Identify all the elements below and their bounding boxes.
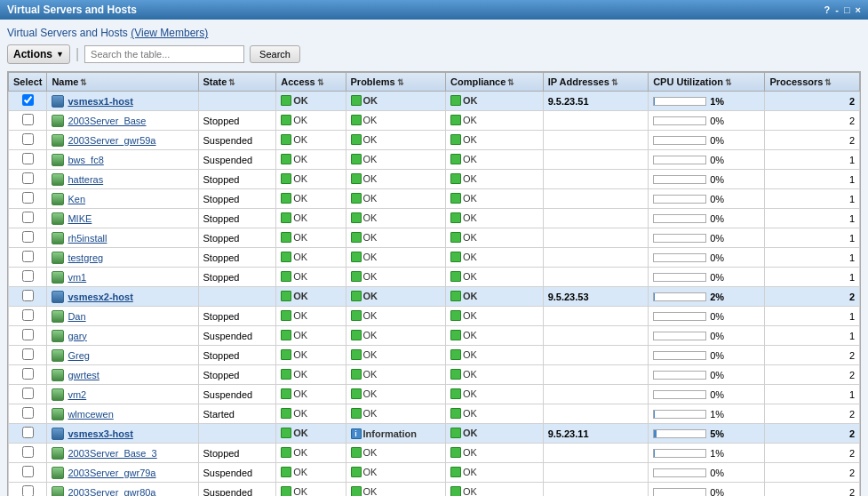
ip-cell [543,404,649,424]
search-button[interactable]: Search [250,45,300,63]
col-access[interactable]: Access⇅ [276,73,346,92]
ok-dot [281,271,291,282]
problems-status: OK [351,447,378,458]
row-checkbox[interactable] [22,133,34,145]
row-checkbox[interactable] [22,290,34,301]
actions-arrow-icon: ▼ [56,50,64,59]
access-cell: OK [276,326,346,346]
table-row: vsmesx1-host OK OK OK9.5.23.511%2 [9,92,860,111]
ok-dot [281,193,291,204]
problems-cell: OK [346,268,445,287]
vm-icon [52,193,64,205]
access-status: OK [281,95,308,106]
name-link[interactable]: vsmesx3-host [68,428,132,439]
col-name[interactable]: Name⇅ [47,73,198,92]
close-icon[interactable]: × [856,4,861,15]
row-checkbox[interactable] [22,251,34,262]
name-link[interactable]: 2003Server_Base [68,116,146,126]
row-checkbox[interactable] [22,172,34,184]
compliance-cell: OK [446,444,544,463]
row-checkbox[interactable] [22,485,34,496]
name-link[interactable]: 2003Server_Base_3 [68,448,156,459]
row-checkbox[interactable] [22,388,34,399]
row-checkbox[interactable] [22,192,34,204]
col-compliance[interactable]: Compliance⇅ [446,73,544,92]
name-link[interactable]: vsmesx2-host [68,292,132,302]
name-link[interactable]: bws_fc8 [68,155,103,165]
compliance-cell: OK [446,326,544,346]
name-cell: vm1 [47,268,198,287]
name-link[interactable]: vsmesx1-host [68,96,132,107]
minimize-icon[interactable]: - [835,4,839,15]
cpu-bar-outer [653,116,706,125]
row-checkbox[interactable] [22,368,34,380]
row-checkbox[interactable] [22,446,34,458]
cpu-bar-outer [653,410,706,419]
ok-dot [281,369,291,380]
name-link[interactable]: wlmcewen [68,409,113,420]
col-state[interactable]: State⇅ [198,73,276,92]
name-link[interactable]: vm1 [68,272,86,283]
name-link[interactable]: 2003Server_gwr80a [68,487,155,497]
help-icon[interactable]: ? [824,4,831,15]
col-processors[interactable]: Processors⇅ [765,73,860,92]
view-members-link[interactable]: (View Members) [131,27,208,39]
actions-button[interactable]: Actions ▼ [7,44,70,64]
problems-status: OK [351,252,378,262]
cpu-bar-outer [653,312,706,321]
row-checkbox[interactable] [22,348,34,360]
row-checkbox[interactable] [22,407,34,419]
compliance-status: OK [450,428,478,438]
ok-dot [351,134,362,145]
name-link[interactable]: 2003Server_gwr59a [68,135,155,146]
name-link[interactable]: Dan [68,311,85,322]
state-cell: Suspended [198,463,276,483]
vm-icon [52,330,64,342]
row-checkbox[interactable] [22,427,34,438]
state-cell: Stopped [198,170,276,189]
cpu-label: 1% [710,409,724,420]
row-checkbox[interactable] [22,466,34,477]
compliance-cell: OK [446,404,544,424]
ok-dot [450,193,461,204]
name-link[interactable]: Ken [68,194,85,204]
maximize-icon[interactable]: □ [844,4,850,15]
name-link[interactable]: 2003Server_gwr79a [68,468,155,478]
row-checkbox[interactable] [22,231,34,243]
name-link[interactable]: MIKE [68,213,92,224]
row-checkbox[interactable] [22,153,34,164]
ip-cell [543,326,649,346]
row-checkbox[interactable] [22,94,34,106]
ok-dot [450,388,461,399]
col-cpu[interactable]: CPU Utilization⇅ [649,73,765,92]
row-checkbox[interactable] [22,309,34,321]
name-link[interactable]: vm2 [68,389,86,400]
row-checkbox[interactable] [22,270,34,282]
search-input[interactable] [84,45,244,63]
table-row: KenStopped OK OK OK0%1 [9,189,860,209]
problems-status: OK [351,310,378,321]
name-link[interactable]: gwrtest [68,370,99,380]
name-link[interactable]: Greg [68,350,89,361]
row-checkbox[interactable] [22,212,34,223]
compliance-cell: OK [446,150,544,170]
col-problems[interactable]: Problems⇅ [346,73,445,92]
compliance-cell: OK [446,483,544,497]
name-link[interactable]: gary [68,331,86,341]
vm-icon [52,388,64,401]
problems-status: OK [351,173,378,184]
name-link[interactable]: hatteras [68,174,103,185]
processors-cell: 2 [765,346,860,365]
name-link[interactable]: testgreg [68,252,103,263]
row-checkbox[interactable] [22,329,34,340]
cpu-label: 0% [710,116,724,126]
name-link[interactable]: rh5install [68,233,107,244]
processors-cell: 2 [765,287,860,307]
processors-cell: 2 [765,444,860,463]
col-ip[interactable]: IP Addresses⇅ [543,73,649,92]
compliance-status: OK [450,115,477,125]
access-cell: OK [276,307,346,326]
row-checkbox[interactable] [22,114,34,125]
ip-cell [543,268,649,287]
table-row: gwrtestStopped OK OK OK0%2 [9,365,860,385]
